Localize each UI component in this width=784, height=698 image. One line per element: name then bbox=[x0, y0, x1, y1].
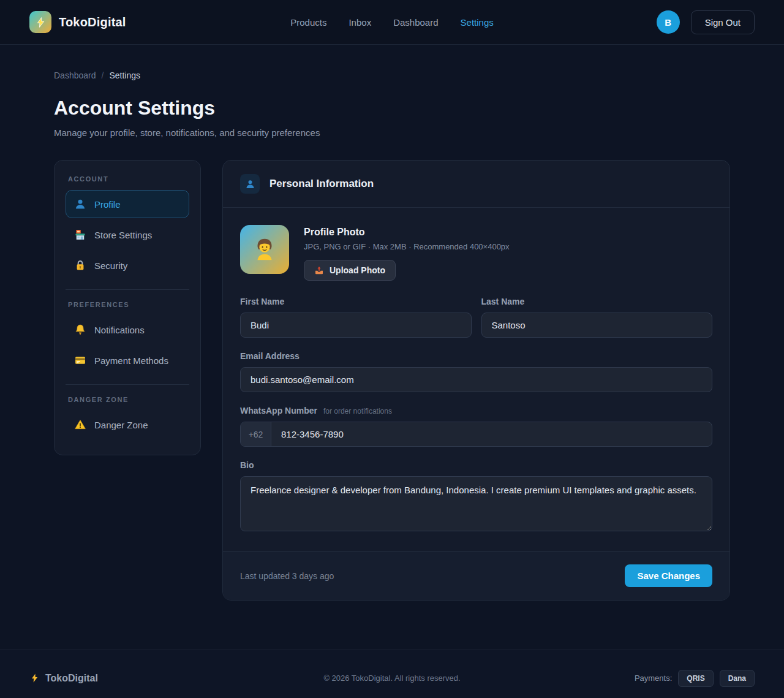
sidebar-item-store-settings[interactable]: Store Settings bbox=[66, 221, 189, 249]
payment-badge-dana: Dana bbox=[720, 670, 755, 687]
sidebar-item-security[interactable]: Security bbox=[66, 251, 189, 279]
sidebar-item-label: Store Settings bbox=[94, 230, 152, 240]
lock-icon bbox=[74, 259, 86, 271]
bio-field-row: Bio Freelance designer & developer from … bbox=[240, 460, 712, 534]
whatsapp-input[interactable] bbox=[271, 422, 712, 446]
navbar-right: B Sign Out bbox=[657, 10, 755, 34]
lightning-icon bbox=[29, 11, 51, 33]
sidebar-item-label: Danger Zone bbox=[94, 420, 148, 430]
footer-inner: TokoDigital © 2026 TokoDigital. All righ… bbox=[0, 670, 784, 687]
whatsapp-label-text: WhatsApp Number bbox=[240, 406, 317, 415]
nav-link-settings[interactable]: Settings bbox=[461, 17, 494, 28]
warning-icon bbox=[74, 419, 86, 431]
first-name-input[interactable] bbox=[240, 313, 472, 338]
lightning-icon bbox=[29, 673, 40, 683]
sidebar-item-label: Payment Methods bbox=[94, 355, 168, 366]
bell-icon bbox=[74, 324, 86, 336]
sidebar-section-danger-zone: DANGER ZONE bbox=[68, 396, 189, 403]
last-updated-status: Last updated 3 days ago bbox=[240, 571, 334, 581]
footer-copyright: © 2026 TokoDigital. All rights reserved. bbox=[323, 673, 460, 683]
sidebar-section-preferences: PREFERENCES bbox=[68, 301, 189, 308]
first-name-label: First Name bbox=[240, 297, 472, 306]
payments-label: Payments: bbox=[635, 673, 672, 683]
store-icon bbox=[74, 229, 86, 241]
upload-photo-button[interactable]: Upload Photo bbox=[304, 260, 396, 281]
card-title: Personal Information bbox=[270, 178, 374, 190]
last-name-field-group: Last Name bbox=[481, 297, 713, 338]
brand-home-link[interactable]: TokoDigital bbox=[29, 11, 126, 33]
email-label: Email Address bbox=[240, 351, 712, 361]
upload-tray-icon bbox=[314, 265, 324, 275]
breadcrumb-current: Settings bbox=[109, 70, 140, 80]
top-navbar: TokoDigital Products Inbox Dashboard Set… bbox=[0, 0, 784, 45]
user-icon bbox=[74, 198, 86, 210]
footer-payments: Payments: QRIS Dana bbox=[635, 670, 755, 687]
first-name-field-group: First Name bbox=[240, 297, 472, 338]
sign-out-button[interactable]: Sign Out bbox=[691, 10, 755, 34]
email-field-row: Email Address bbox=[240, 351, 712, 392]
sidebar-item-danger-zone[interactable]: Danger Zone bbox=[66, 411, 189, 439]
sidebar-item-label: Profile bbox=[94, 199, 121, 210]
whatsapp-field-group: WhatsApp Number for order notifications … bbox=[240, 406, 712, 447]
main-content: Dashboard / Settings Account Settings Ma… bbox=[54, 45, 730, 650]
person-emoji-icon bbox=[251, 235, 279, 264]
breadcrumb-separator: / bbox=[102, 70, 104, 80]
card-footer: Last updated 3 days ago Save Changes bbox=[223, 551, 729, 600]
nav-link-inbox[interactable]: Inbox bbox=[349, 17, 371, 28]
last-name-input[interactable] bbox=[481, 313, 713, 338]
sidebar-divider bbox=[66, 384, 189, 385]
whatsapp-label: WhatsApp Number for order notifications bbox=[240, 406, 712, 415]
credit-card-icon bbox=[74, 354, 86, 366]
sidebar-item-payment-methods[interactable]: Payment Methods bbox=[66, 346, 189, 374]
footer-brand: TokoDigital bbox=[29, 673, 98, 684]
whatsapp-field-row: WhatsApp Number for order notifications … bbox=[240, 406, 712, 447]
main-nav: Products Inbox Dashboard Settings bbox=[290, 0, 494, 44]
sidebar-item-profile[interactable]: Profile bbox=[66, 190, 189, 218]
personal-information-card: Personal Information bbox=[222, 160, 730, 601]
footer-brand-name: TokoDigital bbox=[45, 673, 98, 684]
profile-photo-info: Profile Photo JPG, PNG or GIF · Max 2MB … bbox=[304, 225, 510, 281]
page-footer: TokoDigital © 2026 TokoDigital. All righ… bbox=[0, 650, 784, 698]
sidebar-divider bbox=[66, 289, 189, 290]
whatsapp-input-group: +62 bbox=[240, 422, 712, 447]
profile-photo-title: Profile Photo bbox=[304, 227, 510, 238]
whatsapp-label-hint: for order notifications bbox=[323, 407, 392, 415]
page-subtitle: Manage your profile, store, notification… bbox=[54, 127, 730, 138]
card-body: Profile Photo JPG, PNG or GIF · Max 2MB … bbox=[223, 208, 729, 551]
payment-badge-qris: QRIS bbox=[678, 670, 713, 687]
email-input[interactable] bbox=[240, 367, 712, 392]
user-avatar[interactable]: B bbox=[657, 10, 680, 34]
page-title: Account Settings bbox=[54, 97, 730, 119]
email-field-group: Email Address bbox=[240, 351, 712, 392]
sidebar-section-account: ACCOUNT bbox=[68, 175, 189, 183]
user-icon bbox=[240, 174, 260, 194]
bio-textarea[interactable]: Freelance designer & developer from Band… bbox=[240, 476, 712, 531]
brand-name: TokoDigital bbox=[59, 15, 126, 29]
save-changes-button[interactable]: Save Changes bbox=[625, 564, 712, 587]
settings-sidebar: ACCOUNT Profile Store Settings bbox=[54, 160, 201, 455]
upload-photo-label: Upload Photo bbox=[330, 265, 385, 275]
sidebar-item-label: Security bbox=[94, 260, 127, 271]
last-name-label: Last Name bbox=[481, 297, 713, 306]
sidebar-item-notifications[interactable]: Notifications bbox=[66, 316, 189, 344]
card-header: Personal Information bbox=[223, 161, 729, 208]
profile-photo-hint: JPG, PNG or GIF · Max 2MB · Recommended … bbox=[304, 242, 510, 251]
settings-layout: ACCOUNT Profile Store Settings bbox=[54, 160, 730, 650]
bio-field-group: Bio Freelance designer & developer from … bbox=[240, 460, 712, 534]
nav-link-dashboard[interactable]: Dashboard bbox=[393, 17, 438, 28]
breadcrumb: Dashboard / Settings bbox=[54, 70, 730, 80]
breadcrumb-dashboard-link[interactable]: Dashboard bbox=[54, 70, 96, 80]
phone-country-prefix: +62 bbox=[241, 422, 271, 446]
sidebar-item-label: Notifications bbox=[94, 325, 145, 335]
nav-link-products[interactable]: Products bbox=[290, 17, 326, 28]
profile-photo-row: Profile Photo JPG, PNG or GIF · Max 2MB … bbox=[240, 225, 712, 281]
profile-photo-preview bbox=[240, 225, 289, 274]
bio-label: Bio bbox=[240, 460, 712, 470]
name-fields-row: First Name Last Name bbox=[240, 297, 712, 338]
